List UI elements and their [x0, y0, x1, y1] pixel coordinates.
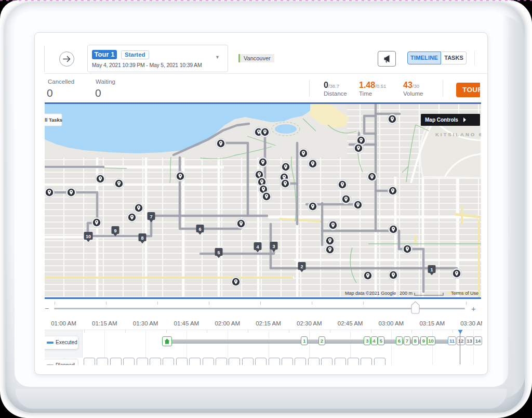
svg-text:200 m: 200 m	[400, 291, 413, 296]
svg-text:2: 2	[300, 264, 303, 269]
svg-text:4: 4	[256, 244, 259, 250]
svg-text:9: 9	[114, 228, 116, 233]
svg-text:Map Controls: Map Controls	[425, 117, 458, 123]
svg-text:3: 3	[272, 244, 275, 249]
svg-text:5: 5	[217, 250, 220, 255]
svg-text:Map data ©2021 Google: Map data ©2021 Google	[345, 291, 396, 296]
svg-text:1: 1	[430, 267, 433, 272]
svg-text:Terms of Use: Terms of Use	[451, 291, 478, 296]
svg-text:KITSILANO 6: KITSILANO 6	[435, 132, 481, 137]
svg-text:6: 6	[198, 227, 201, 232]
svg-text:7: 7	[150, 214, 152, 219]
svg-text:10: 10	[86, 234, 91, 239]
svg-text:8: 8	[141, 236, 143, 241]
svg-text:ll Tasks: ll Tasks	[45, 117, 62, 123]
